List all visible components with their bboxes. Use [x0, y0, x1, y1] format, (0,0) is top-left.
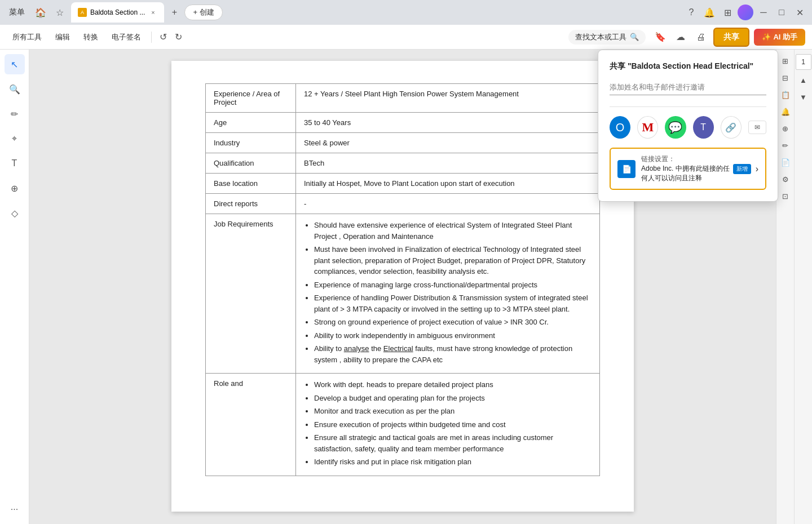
star-button[interactable]: ☆ [52, 5, 68, 20]
notifications-button[interactable]: 🔔 [701, 5, 717, 20]
page-number-box: 1 [796, 54, 811, 70]
table-row: Direct reports - [206, 194, 600, 214]
page-number-sidebar: 1 ▲ ▼ [794, 50, 812, 524]
more-icon: ✉ [754, 123, 760, 131]
table-row: Role and Work with dept. heads to prepar… [206, 374, 600, 476]
menu-button[interactable]: 菜单 [5, 5, 29, 20]
link-icon: 🔗 [725, 122, 736, 133]
share-icons-row: O M 💬 T 🔗 ✉ [610, 116, 766, 139]
doc-icon: 📄 [622, 165, 632, 174]
search-text: 查找文本或工具 [575, 32, 626, 42]
qualification-value: BTech [296, 153, 600, 174]
search-bar[interactable]: 查找文本或工具 🔍 [568, 30, 646, 45]
share-invite-input[interactable] [610, 79, 766, 95]
minimize-button[interactable]: ─ [756, 5, 771, 20]
erase-tool[interactable]: ◇ [5, 203, 25, 223]
cursor-tool[interactable]: ↖ [5, 54, 25, 74]
share-popup-title: 共享 "Baldota Section Head Electrical" [610, 61, 766, 72]
industry-value: Steel & power [296, 133, 600, 153]
table-row: Job Requirements Should have extensive e… [206, 214, 600, 374]
all-tools-button[interactable]: 所有工具 [7, 30, 47, 45]
help-button[interactable]: ? [683, 5, 699, 20]
home-button[interactable]: 🏠 [33, 5, 48, 20]
link-tool[interactable]: ⌖ [5, 128, 25, 149]
industry-label: Industry [206, 133, 296, 153]
browser-chrome: 菜单 🏠 ☆ A Baldota Section ... × + + 创建 ? … [0, 0, 812, 25]
whatsapp-icon: 💬 [668, 121, 682, 134]
role-label: Role and [206, 374, 296, 476]
more-tools-button[interactable]: ··· [5, 499, 25, 519]
document-table: Experience / Area of Project 12 + Years … [205, 83, 600, 476]
browser-actions: ? 🔔 ⊞ ─ □ ✕ [683, 5, 807, 20]
right-panel-tool-2[interactable]: ⊟ [779, 71, 792, 85]
right-panel-tool-7[interactable]: 📄 [779, 156, 792, 169]
right-panel-tool-6[interactable]: ✏ [779, 139, 792, 152]
new-tab-button[interactable]: + [166, 5, 182, 20]
share-popup-divider [610, 106, 766, 107]
right-panel-tool-8[interactable]: ⚙ [779, 172, 792, 186]
left-sidebar: ↖ 🔍 ✏ ⌖ T ⊕ ◇ ··· [0, 50, 29, 524]
undo-button[interactable]: ↺ [156, 29, 170, 45]
share-teams-button[interactable]: T [693, 116, 714, 139]
close-button[interactable]: ✕ [792, 5, 807, 20]
link-settings-label: 链接设置： [641, 154, 733, 164]
table-row: Industry Steel & power [206, 133, 600, 153]
redo-button[interactable]: ↻ [171, 29, 186, 45]
table-row: Age 35 to 40 Years [206, 113, 600, 133]
document-page: Experience / Area of Project 12 + Years … [171, 61, 634, 512]
undo-redo-group: ↺ ↻ [156, 29, 186, 45]
print-button[interactable]: 🖨 [693, 29, 709, 45]
link-settings-text: 链接设置： Adobe Inc. 中拥有此链接的任何人可以访问且注释 [641, 154, 733, 183]
share-more-button[interactable]: ✉ [748, 121, 766, 134]
esign-button[interactable]: 电子签名 [106, 30, 147, 45]
scroll-down-button[interactable]: ▼ [797, 90, 810, 104]
user-avatar[interactable] [738, 5, 753, 20]
job-requirements-label: Job Requirements [206, 214, 296, 374]
scroll-up-button[interactable]: ▲ [797, 73, 810, 87]
right-sidebar: ⊞ ⊟ 📋 🔔 ⊕ ✏ 📄 ⚙ ⊡ [776, 50, 794, 524]
link-settings-desc: Adobe Inc. 中拥有此链接的任何人可以访问且注释 [641, 164, 733, 183]
experience-label: Experience / Area of Project [206, 84, 296, 113]
base-location-label: Base location [206, 174, 296, 194]
convert-button[interactable]: 转换 [78, 30, 104, 45]
create-button[interactable]: + 创建 [184, 5, 222, 20]
share-gmail-button[interactable]: M [637, 116, 658, 139]
stamp-tool[interactable]: ⊕ [5, 178, 25, 198]
highlight-tool[interactable]: ✏ [5, 104, 25, 124]
active-tab[interactable]: A Baldota Section ... × [71, 2, 164, 23]
text-tool[interactable]: T [5, 153, 25, 174]
zoom-tool[interactable]: 🔍 [5, 79, 25, 99]
cloud-button[interactable]: ☁ [673, 29, 689, 45]
right-panel-tool-5[interactable]: ⊕ [779, 122, 792, 135]
share-whatsapp-button[interactable]: 💬 [665, 116, 686, 139]
table-row: Qualification BTech [206, 153, 600, 174]
main-toolbar: 所有工具 编辑 转换 电子签名 ↺ ↻ 查找文本或工具 🔍 🔖 ☁ 🖨 共享 ✨… [0, 25, 812, 50]
share-link-button[interactable]: 🔗 [721, 116, 742, 139]
page-number: 1 [801, 58, 805, 66]
right-panel-tool-9[interactable]: ⊡ [779, 189, 792, 203]
role-value: Work with dept. heads to prepare detaile… [296, 374, 600, 476]
right-panel-tool-3[interactable]: 📋 [779, 88, 792, 101]
right-panel-tool-4[interactable]: 🔔 [779, 105, 792, 118]
table-row: Base location Initially at Hospet, Move … [206, 174, 600, 194]
link-settings-row[interactable]: 📄 链接设置： Adobe Inc. 中拥有此链接的任何人可以访问且注释 新增 … [610, 148, 766, 190]
share-outlook-button[interactable]: O [610, 116, 630, 139]
tab-close-button[interactable]: × [148, 8, 157, 17]
apps-grid-button[interactable]: ⊞ [720, 5, 735, 20]
maximize-button[interactable]: □ [774, 5, 789, 20]
age-label: Age [206, 113, 296, 133]
new-badge: 新增 [733, 164, 751, 174]
edit-button[interactable]: 编辑 [50, 30, 76, 45]
ai-assistant-button[interactable]: ✨ AI 助手 [754, 29, 805, 46]
share-button[interactable]: 共享 [713, 28, 749, 47]
right-panel-tool-1[interactable]: ⊞ [779, 54, 792, 68]
direct-reports-label: Direct reports [206, 194, 296, 214]
qualification-label: Qualification [206, 153, 296, 174]
outlook-icon: O [616, 121, 625, 134]
age-value: 35 to 40 Years [296, 113, 600, 133]
search-icon: 🔍 [630, 33, 639, 41]
tab-title: Baldota Section ... [90, 8, 145, 16]
gmail-icon: M [642, 120, 654, 135]
toolbar-separator [151, 32, 152, 43]
bookmark-button[interactable]: 🔖 [652, 29, 668, 45]
